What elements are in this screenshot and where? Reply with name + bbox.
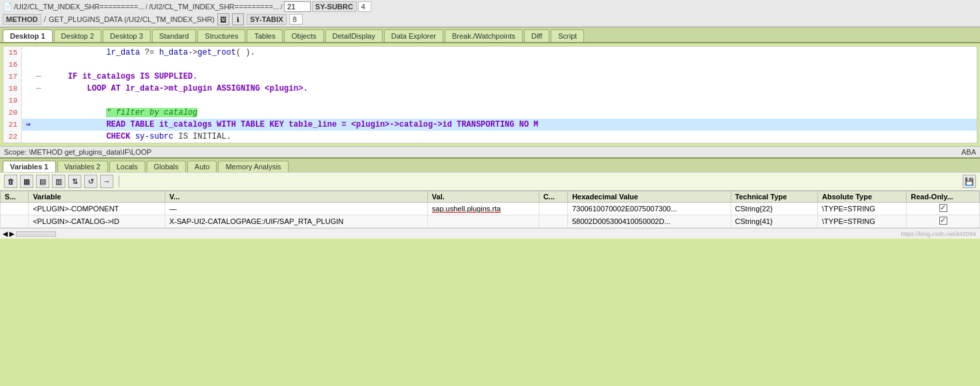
tab-data-explorer[interactable]: Data Explorer <box>384 29 443 42</box>
icon-btn-1[interactable]: 🖼 <box>217 13 229 25</box>
arrow-btn[interactable]: → <box>100 175 113 188</box>
tab-structures[interactable]: Structures <box>197 29 245 42</box>
file-icon: 📄 <box>3 2 13 11</box>
scroll-left-area: ◀ ▶ <box>3 230 56 237</box>
cell-v-2: X-SAP-UI2-CATALOGPAGE:/UIF/SAP_RTA_PLUGI… <box>165 215 428 228</box>
cell-variable-2: <PLUGIN>-CATALOG->ID <box>29 215 165 228</box>
cell-readonly-1 <box>907 203 980 215</box>
variables-table-wrapper: S... Variable V... Val. C... Hexadecimal… <box>0 191 980 228</box>
col-readonly: Read-Only... <box>907 191 980 203</box>
path-display: 📄 /UI2/CL_TM_INDEX_SHR=========... / /UI… <box>3 1 371 12</box>
code-line-19: 19 <box>3 95 977 107</box>
toolbar-separator <box>119 175 119 187</box>
tab-desktop1[interactable]: Desktop 1 <box>3 29 53 42</box>
cell-tech-2: CString{41} <box>731 215 817 228</box>
col-abs-type: Absolute Type <box>818 191 907 203</box>
tab-globals[interactable]: Globals <box>147 161 186 172</box>
col-c: C... <box>539 191 567 203</box>
col-val: Val. <box>427 191 539 203</box>
scroll-bar <box>16 231 56 237</box>
main-tab-bar: Desktop 1 Desktop 2 Desktop 3 Standard S… <box>0 27 980 43</box>
method-label: METHOD <box>3 14 41 25</box>
tab-standard[interactable]: Standard <box>152 29 197 42</box>
arrow-indicator: ⇒ <box>22 119 34 131</box>
cell-tech-1: CString{22} <box>731 203 817 215</box>
variables-section: 🗑 ▦ ▤ ▥ ⇅ ↺ → 💾 S... Variable V... Val. <box>0 172 980 239</box>
grid-btn1[interactable]: ▦ <box>20 175 33 188</box>
cell-v-1: — <box>165 203 428 215</box>
code-line-16: 16 <box>3 59 977 71</box>
tab-breakpoints[interactable]: Break./Watchpoints <box>445 29 523 42</box>
tab-objects[interactable]: Objects <box>284 29 323 42</box>
delete-btn[interactable]: 🗑 <box>4 175 17 188</box>
tab-desktop3[interactable]: Desktop 3 <box>103 29 151 42</box>
variables-toolbar: 🗑 ▦ ▤ ▥ ⇅ ↺ → 💾 <box>0 173 980 191</box>
tab-script[interactable]: Script <box>551 29 584 42</box>
tab-variables1[interactable]: Variables 1 <box>3 161 56 172</box>
sort-btn[interactable]: ⇅ <box>68 175 81 188</box>
code-lines-container: 15 lr_data ?= h_data->get_root( ). 16 17… <box>3 47 977 143</box>
sy-tabix-value: 8 <box>289 14 303 25</box>
code-line-18: 18 — LOOP AT lr_data->mt_plugin ASSIGNIN… <box>3 83 977 95</box>
cell-hex-1: 7300610070002E0075007300... <box>568 203 731 215</box>
status-right: ABA <box>961 148 976 156</box>
code-editor: 15 lr_data ?= h_data->get_root( ). 16 17… <box>3 46 977 143</box>
tab-locals[interactable]: Locals <box>109 161 145 172</box>
method-name: GET_PLUGINS_DATA (/UI2/CL_TM_INDEX_SHR) <box>49 15 215 23</box>
refresh-btn[interactable]: ↺ <box>84 175 97 188</box>
col-hex: Hexadecimal Value <box>568 191 731 203</box>
code-line-21: 21 ⇒ READ TABLE it_catalogs WITH TABLE K… <box>3 119 977 131</box>
col-variable: Variable <box>29 191 165 203</box>
sy-tabix-label: SY-TABIX <box>247 14 287 25</box>
bottom-panel: Variables 1 Variables 2 Locals Globals A… <box>0 157 980 239</box>
line-number-input[interactable] <box>284 1 311 12</box>
cell-c-1 <box>539 203 567 215</box>
table-header-row: S... Variable V... Val. C... Hexadecimal… <box>1 191 980 203</box>
cell-s-2 <box>1 215 29 228</box>
cell-c-2 <box>539 215 567 228</box>
scope-text: Scope: \METHOD get_plugins_data\IF\LOOP <box>4 148 151 156</box>
status-bar: Scope: \METHOD get_plugins_data\IF\LOOP … <box>0 146 980 157</box>
code-line-15: 15 lr_data ?= h_data->get_root( ). <box>3 47 977 59</box>
code-line-17: 17 — IF it_catalogs IS SUPPLIED. <box>3 71 977 83</box>
readonly-checkbox-1 <box>939 204 947 212</box>
readonly-checkbox-2 <box>939 217 947 225</box>
save-btn[interactable]: 💾 <box>963 175 976 188</box>
sy-subrc-label: SY-SUBRC <box>312 1 357 12</box>
variables-table: S... Variable V... Val. C... Hexadecimal… <box>0 191 980 228</box>
tab-variables2[interactable]: Variables 2 <box>57 161 108 172</box>
cell-abs-2: \TYPE=STRING <box>818 215 907 228</box>
tab-detail-display[interactable]: DetailDisplay <box>325 29 383 42</box>
tab-desktop2[interactable]: Desktop 2 <box>54 29 102 42</box>
scroll-right-btn[interactable]: ▶ <box>9 230 15 237</box>
table-row: <PLUGIN>-COMPONENT — sap.ushell.plugins.… <box>1 203 980 215</box>
col-v: V... <box>165 191 428 203</box>
code-line-22: 22 CHECK sy-subrc IS INITIAL. <box>3 131 977 143</box>
code-line-20: 20 " filter by catalog <box>3 107 977 119</box>
cell-readonly-2 <box>907 215 980 228</box>
bottom-tab-bar: Variables 1 Variables 2 Locals Globals A… <box>0 159 980 172</box>
path-part-2: /UI2/CL_TM_INDEX_SHR=========... <box>149 3 279 11</box>
cell-s-1 <box>1 203 29 215</box>
path-part-1: /UI2/CL_TM_INDEX_SHR=========... <box>14 3 144 11</box>
toolbar-row-2: METHOD / GET_PLUGINS_DATA (/UI2/CL_TM_IN… <box>3 13 977 25</box>
grid-btn3[interactable]: ▥ <box>52 175 65 188</box>
tab-auto[interactable]: Auto <box>187 161 217 172</box>
tab-memory-analysis[interactable]: Memory Analysis <box>218 161 288 172</box>
top-toolbar: 📄 /UI2/CL_TM_INDEX_SHR=========... / /UI… <box>0 0 980 27</box>
watermark: https://blog.csdn.net/it42094 <box>901 231 977 237</box>
sy-subrc-value: 4 <box>358 1 371 12</box>
cell-variable-1: <PLUGIN>-COMPONENT <box>29 203 165 215</box>
col-tech-type: Technical Type <box>731 191 817 203</box>
table-row: <PLUGIN>-CATALOG->ID X-SAP-UI2-CATALOGPA… <box>1 215 980 228</box>
scroll-left-btn[interactable]: ◀ <box>3 230 8 237</box>
tab-tables[interactable]: Tables <box>247 29 283 42</box>
cell-val-2 <box>427 215 539 228</box>
cell-hex-2: 58002D005300410050002D... <box>568 215 731 228</box>
toolbar-row-1: 📄 /UI2/CL_TM_INDEX_SHR=========... / /UI… <box>3 1 977 12</box>
col-s: S... <box>1 191 29 203</box>
icon-btn-2[interactable]: ℹ <box>232 13 244 25</box>
tab-diff[interactable]: Diff <box>524 29 549 42</box>
grid-btn2[interactable]: ▤ <box>36 175 49 188</box>
cell-val-1: sap.ushell.plugins.rta <box>427 203 539 215</box>
